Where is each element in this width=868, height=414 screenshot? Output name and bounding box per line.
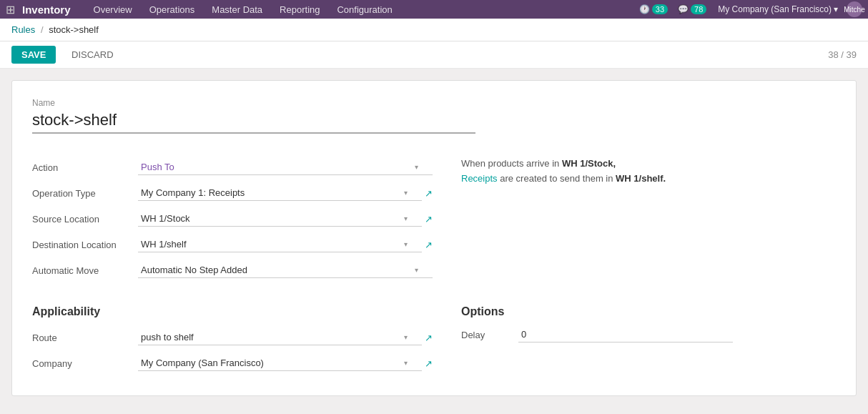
destination-location-dropdown-icon: ▾: [404, 240, 408, 248]
company-select[interactable]: My Company (San Francisco) ▾: [138, 355, 422, 371]
automatic-move-field-row: Automatic Move Automatic No Step Added ▾: [32, 260, 433, 281]
form-card: Name Action Push To ▾: [11, 80, 857, 396]
route-label: Route: [32, 332, 138, 343]
source-location-label: Source Location: [32, 214, 138, 225]
options-section: Options Delay: [461, 305, 836, 378]
info-line3: are created to send them in: [498, 173, 616, 184]
chat-icon: 💬: [678, 4, 689, 14]
main-content: Name Action Push To ▾: [0, 69, 868, 408]
company-label: Company: [32, 358, 138, 369]
delay-field-row: Delay: [461, 327, 836, 342]
brand-name: Inventory: [22, 4, 71, 16]
name-input[interactable]: [32, 111, 475, 134]
chat-badge-count: 78: [691, 4, 706, 14]
automatic-move-label: Automatic Move: [32, 265, 138, 276]
destination-location-value: WH 1/shelf: [141, 239, 187, 250]
source-location-dropdown-icon: ▾: [404, 215, 408, 222]
route-ext-link-icon[interactable]: ↗: [425, 332, 433, 343]
action-buttons: SAVE DISCARD: [11, 46, 124, 64]
breadcrumb-separator: /: [41, 24, 44, 35]
grid-icon[interactable]: ⊞: [6, 3, 15, 16]
breadcrumb: Rules / stock->shelf: [0, 19, 868, 41]
operation-type-control: My Company 1: Receipts ▾ ↗: [138, 185, 433, 201]
route-select[interactable]: push to shelf ▾: [138, 330, 422, 345]
operation-type-select[interactable]: My Company 1: Receipts ▾: [138, 185, 422, 201]
main-menu: Overview Operations Master Data Reportin…: [85, 0, 636, 19]
menu-configuration[interactable]: Configuration: [328, 0, 400, 19]
action-label: Action: [32, 162, 138, 173]
menu-master-data[interactable]: Master Data: [203, 0, 271, 19]
company-selector[interactable]: My Company (San Francisco) ▾: [714, 4, 842, 14]
options-title: Options: [461, 305, 836, 318]
name-label: Name: [32, 98, 836, 108]
route-value: push to shelf: [141, 332, 194, 342]
avatar[interactable]: Mitche: [847, 1, 862, 17]
action-bar: SAVE DISCARD 38 / 39: [0, 41, 868, 69]
destination-location-field-row: Destination Location WH 1/shelf ▾ ↗: [32, 234, 433, 255]
pagination: 38 / 39: [828, 49, 857, 60]
company-dropdown-icon: ▾: [834, 4, 838, 14]
company-name: My Company (San Francisco): [718, 4, 832, 14]
avatar-initials: Mitche: [844, 6, 864, 14]
menu-reporting[interactable]: Reporting: [271, 0, 328, 19]
destination-location-select[interactable]: WH 1/shelf ▾: [138, 237, 422, 252]
delay-input[interactable]: [518, 327, 733, 342]
company-field-row: Company My Company (San Francisco) ▾ ↗: [32, 353, 433, 374]
breadcrumb-parent[interactable]: Rules: [11, 24, 35, 35]
operation-type-value: My Company 1: Receipts: [141, 187, 245, 198]
form-main-row: Action Push To ▾ Operation Type: [32, 157, 836, 285]
clock-icon: 🕐: [639, 4, 650, 14]
route-dropdown-icon: ▾: [404, 333, 408, 341]
operation-type-label: Operation Type: [32, 188, 138, 199]
discard-button[interactable]: DISCARD: [61, 46, 124, 64]
breadcrumb-current: stock->shelf: [49, 24, 99, 35]
operation-type-ext-link-icon[interactable]: ↗: [425, 188, 433, 199]
company-ext-link-icon[interactable]: ↗: [425, 358, 433, 369]
action-select[interactable]: Push To ▾: [138, 159, 433, 175]
info-bold1: WH 1/Stock,: [562, 158, 616, 169]
action-dropdown-icon: ▾: [415, 163, 418, 171]
clock-badge-count: 33: [652, 4, 668, 14]
save-button[interactable]: SAVE: [11, 46, 56, 64]
destination-location-control: WH 1/shelf ▾ ↗: [138, 237, 433, 252]
route-control: push to shelf ▾ ↗: [138, 330, 433, 345]
source-location-value: WH 1/Stock: [141, 213, 190, 224]
automatic-move-select[interactable]: Automatic No Step Added ▾: [138, 262, 433, 278]
operation-type-dropdown-icon: ▾: [404, 189, 408, 197]
form-info-right: When products arrive in WH 1/Stock, Rece…: [461, 157, 836, 285]
form-fields-left: Action Push To ▾ Operation Type: [32, 157, 433, 285]
applicability-title: Applicability: [32, 305, 433, 318]
info-text: When products arrive in WH 1/Stock, Rece…: [461, 157, 836, 187]
company-dropdown-icon: ▾: [404, 359, 408, 367]
info-line1: When products arrive in: [461, 158, 562, 169]
clock-badge-btn[interactable]: 🕐 33: [636, 4, 671, 14]
source-location-control: WH 1/Stock ▾ ↗: [138, 211, 433, 227]
source-location-ext-link-icon[interactable]: ↗: [425, 214, 433, 225]
action-value: Push To: [141, 162, 174, 172]
info-green: Receipts: [461, 173, 498, 184]
action-control: Push To ▾: [138, 159, 433, 175]
delay-label: Delay: [461, 330, 518, 340]
company-value: My Company (San Francisco): [141, 358, 264, 368]
source-location-select[interactable]: WH 1/Stock ▾: [138, 211, 422, 227]
destination-location-label: Destination Location: [32, 240, 138, 250]
destination-location-ext-link-icon[interactable]: ↗: [425, 240, 433, 250]
operation-type-field-row: Operation Type My Company 1: Receipts ▾ …: [32, 182, 433, 204]
source-location-field-row: Source Location WH 1/Stock ▾ ↗: [32, 208, 433, 230]
info-bold2: WH 1/shelf.: [616, 173, 666, 184]
applicability-section: Applicability Route push to shelf ▾ ↗: [32, 305, 433, 378]
section-row: Applicability Route push to shelf ▾ ↗: [32, 305, 836, 378]
chat-badge-btn[interactable]: 💬 78: [675, 4, 709, 14]
route-field-row: Route push to shelf ▾ ↗: [32, 327, 433, 348]
nav-right: 🕐 33 💬 78 My Company (San Francisco) ▾ M…: [636, 1, 862, 17]
automatic-move-value: Automatic No Step Added: [141, 265, 247, 275]
menu-overview[interactable]: Overview: [85, 0, 141, 19]
automatic-move-control: Automatic No Step Added ▾: [138, 262, 433, 278]
menu-operations[interactable]: Operations: [141, 0, 204, 19]
automatic-move-dropdown-icon: ▾: [415, 266, 418, 274]
top-navigation: ⊞ Inventory Overview Operations Master D…: [0, 0, 868, 19]
action-field-row: Action Push To ▾: [32, 157, 433, 178]
company-control: My Company (San Francisco) ▾ ↗: [138, 355, 433, 371]
